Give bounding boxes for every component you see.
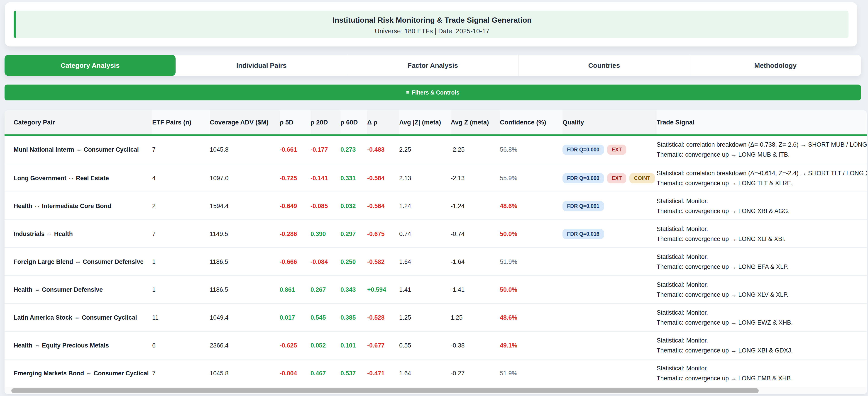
category-pair-cell: Emerging Markets Bond ⇔ Consumer Cyclica… — [13, 370, 152, 377]
coverage-adv-cell: 1186.5 — [210, 258, 280, 265]
etf-pairs-cell: 1 — [152, 258, 210, 265]
confidence-cell: 49.1% — [500, 342, 562, 349]
signal-thematic: Thematic: convergence up → LONG XBI & GD… — [657, 347, 793, 354]
quality-badge-fdr: FDR Q=0.000 — [562, 144, 604, 155]
avg-abs-z-cell: 0.55 — [399, 342, 451, 349]
coverage-adv-cell: 1049.4 — [210, 314, 280, 321]
tab-label: Factor Analysis — [408, 62, 458, 69]
tab-methodology[interactable]: Methodology — [690, 55, 861, 76]
signal-statistical: Statistical: correlation breakdown (Δ=-0… — [657, 170, 867, 177]
tab-individual-pairs[interactable]: Individual Pairs — [176, 55, 347, 76]
trade-signal-cell: Statistical: Monitor. Thematic: converge… — [657, 248, 867, 276]
avg-abs-z-cell: 1.64 — [399, 370, 451, 377]
rho-20d-cell: -0.141 — [310, 175, 340, 182]
table-row: Industrials ⇔ Health 7 1149.5 -0.286 0.3… — [4, 220, 867, 247]
quality-badge-ext: EXT — [607, 173, 626, 184]
category-pair-cell: Muni National Interm ⇔ Consumer Cyclical — [13, 146, 152, 153]
signal-thematic: Thematic: convergence up → LONG XLV & XL… — [657, 291, 788, 298]
tab-label: Methodology — [754, 62, 797, 69]
horizontal-scrollbar-thumb[interactable] — [11, 388, 759, 393]
avg-z-cell: -2.25 — [451, 146, 500, 153]
title-callout: Institutional Risk Monitoring & Trade Si… — [13, 11, 848, 38]
etf-pairs-cell: 2 — [152, 203, 210, 210]
avg-z-cell: -1.64 — [451, 258, 500, 265]
table-row: Health ⇔ Equity Precious Metals 6 2366.4… — [4, 331, 867, 359]
confidence-cell: 50.0% — [500, 231, 562, 237]
rho-20d-cell: 0.052 — [310, 342, 340, 349]
avg-z-cell: -2.13 — [451, 175, 500, 182]
tab-countries[interactable]: Countries — [519, 55, 690, 76]
tab-factor-analysis[interactable]: Factor Analysis — [347, 55, 519, 76]
rho-60d-cell: 0.537 — [340, 370, 367, 377]
tab-label: Countries — [588, 62, 620, 69]
rho-5d-cell: -0.004 — [280, 370, 310, 377]
quality-badge-fdr: FDR Q=0.000 — [562, 173, 604, 184]
rho-20d-cell: -0.177 — [310, 146, 340, 153]
delta-rho-cell: -0.564 — [367, 203, 399, 210]
tab-label: Category Analysis — [61, 62, 120, 69]
category-pair-cell: Health ⇔ Consumer Defensive — [13, 286, 152, 293]
avg-abs-z-cell: 0.74 — [399, 231, 451, 237]
avg-abs-z-cell: 1.25 — [399, 314, 451, 321]
etf-pairs-cell: 6 — [152, 342, 210, 349]
column-header-6: Δ ρ — [367, 110, 399, 134]
signal-statistical: Statistical: Monitor. — [657, 365, 708, 372]
signal-statistical: Statistical: Monitor. — [657, 254, 708, 260]
rho-60d-cell: 0.343 — [340, 286, 367, 293]
filters-controls-button[interactable]: ≡ Filters & Controls — [4, 85, 861, 100]
signal-thematic: Thematic: convergence up → LONG TLT & XL… — [657, 180, 793, 187]
quality-badge-coint: COINT — [629, 173, 655, 184]
table-row: Long Government ⇔ Real Estate 4 1097.0 -… — [4, 164, 867, 192]
confidence-cell: 51.9% — [500, 258, 562, 265]
rho-5d-cell: -0.661 — [280, 146, 310, 153]
signal-statistical: Statistical: Monitor. — [657, 198, 708, 205]
delta-rho-cell: -0.471 — [367, 370, 399, 377]
rho-60d-cell: 0.385 — [340, 314, 367, 321]
delta-rho-cell: -0.528 — [367, 314, 399, 321]
hamburger-icon: ≡ — [406, 90, 409, 95]
rho-60d-cell: 0.250 — [340, 258, 367, 265]
rho-60d-cell: 0.032 — [340, 203, 367, 210]
avg-z-cell: -0.38 — [451, 342, 500, 349]
header-card: Institutional Risk Monitoring & Trade Si… — [5, 2, 857, 46]
rho-5d-cell: -0.286 — [280, 231, 310, 237]
trade-signal-cell: Statistical: Monitor. Thematic: converge… — [657, 332, 867, 360]
trade-signal-cell: Statistical: correlation breakdown (Δ=-0… — [657, 164, 867, 192]
trade-signal-cell: Statistical: Monitor. Thematic: converge… — [657, 220, 867, 248]
etf-pairs-cell: 7 — [152, 370, 210, 377]
category-pair-cell: Industrials ⇔ Health — [13, 231, 152, 237]
column-header-0: Category Pair — [13, 110, 152, 134]
category-pair-cell: Long Government ⇔ Real Estate — [13, 175, 152, 182]
signal-thematic: Thematic: convergence up → LONG MUB & IT… — [657, 151, 790, 158]
signal-thematic: Thematic: convergence up → LONG EWZ & XH… — [657, 319, 793, 326]
filters-controls-label: Filters & Controls — [412, 89, 460, 96]
tab-bar: Category Analysis Individual Pairs Facto… — [4, 55, 861, 76]
page-title: Institutional Risk Monitoring & Trade Si… — [16, 16, 848, 25]
avg-z-cell: -1.24 — [451, 203, 500, 210]
coverage-adv-cell: 1045.8 — [210, 146, 280, 153]
quality-badge-fdr: FDR Q=0.091 — [562, 201, 604, 211]
signal-statistical: Statistical: Monitor. — [657, 309, 708, 316]
delta-rho-cell: -0.582 — [367, 258, 399, 265]
table-row: Emerging Markets Bond ⇔ Consumer Cyclica… — [4, 359, 867, 387]
avg-z-cell: -0.27 — [451, 370, 500, 377]
confidence-cell: 51.9% — [500, 370, 562, 377]
delta-rho-cell: +0.594 — [367, 286, 399, 293]
table-body: Muni National Interm ⇔ Consumer Cyclical… — [4, 136, 867, 387]
delta-rho-cell: -0.483 — [367, 146, 399, 153]
tab-category-analysis[interactable]: Category Analysis — [4, 55, 176, 76]
avg-abs-z-cell: 1.24 — [399, 203, 451, 210]
avg-z-cell: 1.25 — [451, 314, 500, 321]
trade-signal-cell: Statistical: Monitor. Thematic: converge… — [657, 192, 867, 220]
delta-rho-cell: -0.677 — [367, 342, 399, 349]
etf-pairs-cell: 7 — [152, 146, 210, 153]
table-row: Muni National Interm ⇔ Consumer Cyclical… — [4, 136, 867, 164]
confidence-cell: 50.0% — [500, 286, 562, 293]
category-pair-cell: Health ⇔ Equity Precious Metals — [13, 342, 152, 349]
quality-cell: FDR Q=0.000EXT — [562, 144, 657, 155]
etf-pairs-cell: 7 — [152, 231, 210, 237]
avg-z-cell: -0.74 — [451, 231, 500, 237]
rho-5d-cell: -0.666 — [280, 258, 310, 265]
column-header-9: Confidence (%) — [500, 110, 562, 134]
confidence-cell: 48.6% — [500, 314, 562, 321]
